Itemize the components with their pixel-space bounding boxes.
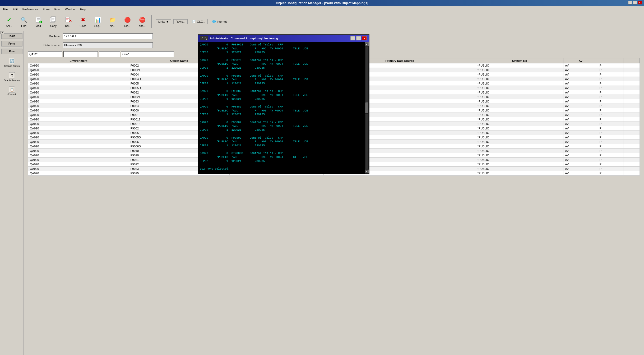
menu-help[interactable]: Help [78, 7, 88, 11]
new-button[interactable]: 📁 Ne... [106, 14, 119, 30]
table-cell-extra: AV [563, 171, 598, 176]
add-button[interactable]: + Add [32, 14, 45, 30]
links-dropdown[interactable]: Links ▼ [156, 19, 171, 24]
sidebar-diff-oracle[interactable]: 📋 Diff Oracl... [2, 85, 21, 97]
table-cell-extra: P [598, 117, 623, 122]
sidebar-oracle-params[interactable]: ⚙ Oracle Params [2, 71, 21, 83]
table-cell: *PUBLIC [476, 108, 563, 113]
table-cell: *PUBLIC [476, 63, 563, 68]
con-filter-input[interactable] [121, 51, 174, 57]
sidebar-row-label: Row [9, 50, 15, 53]
table-cell-extra: P [598, 63, 623, 68]
table-cell-extra: AV [563, 104, 598, 108]
delete-icon [64, 16, 72, 24]
table-cell-extra: AV [563, 153, 598, 158]
machine-label: Machine [28, 35, 60, 38]
datasource-label: Data Source [28, 44, 60, 47]
sidebar: ✕ Tools Form Row 🔄 Change Status ⚙ [0, 31, 24, 355]
dis-button[interactable]: 🔴 Dis... [121, 14, 134, 30]
table-cell-extra: P [598, 77, 623, 81]
table-cell-extra: P [598, 68, 623, 72]
menu-window[interactable]: Window [63, 7, 77, 11]
table-cell-extra [623, 86, 640, 90]
menu-file[interactable]: File [1, 7, 10, 11]
table-cell-extra: AV [563, 117, 598, 122]
table-cell: QA920 [28, 171, 129, 176]
menu-preferences[interactable]: Preferences [20, 7, 40, 11]
table-cell-extra [623, 171, 640, 176]
abort-button[interactable]: ⛔ Abo... [135, 14, 149, 30]
table-cell-extra: AV [563, 113, 598, 117]
table-cell-extra: AV [563, 135, 598, 140]
copy-button[interactable]: Copy [47, 14, 60, 30]
table-cell: QA920 [28, 77, 129, 81]
menu-edit[interactable]: Edit [11, 7, 20, 11]
col-extra1 [598, 58, 623, 63]
col-extra2 [623, 58, 640, 63]
table-cell: QA920 [28, 122, 129, 126]
menu-form[interactable]: Form [41, 7, 52, 11]
table-cell-extra: P [598, 162, 623, 167]
ole-btn[interactable]: 📄 OLE... [190, 19, 207, 24]
close-btn[interactable]: ✕ [638, 1, 642, 4]
table-cell: QA920 [28, 153, 129, 158]
maximize-btn[interactable]: □ [633, 1, 637, 4]
seq-button[interactable]: 📊 Seq... [91, 14, 105, 30]
cmd-scroll-down[interactable]: ▼ [365, 170, 369, 173]
sidebar-close-btn[interactable]: ✕ [1, 31, 4, 34]
table-cell-extra [623, 104, 640, 108]
table-cell: *PUBLIC [476, 162, 563, 167]
delete-button[interactable]: Del... [61, 14, 75, 30]
table-cell-extra [623, 95, 640, 99]
revisions-btn[interactable]: Revis... [173, 19, 188, 24]
table-cell: *PUBLIC [476, 171, 563, 176]
table-cell-extra [623, 158, 640, 162]
table-cell: QA920 [28, 113, 129, 117]
table-cell-extra [623, 63, 640, 68]
type-filter-input[interactable] [99, 51, 120, 57]
cmd-scroll-up[interactable]: ▲ [365, 42, 369, 46]
copy-icon [49, 16, 58, 24]
find-button[interactable]: 🔍 Find [17, 14, 31, 30]
close-button[interactable]: ✖ Close [76, 14, 90, 30]
change-status-label: Change Status [4, 65, 20, 67]
table-cell: QA920 [28, 81, 129, 86]
cmd-minimize-btn[interactable]: _ [350, 36, 355, 40]
table-cell: QA920 [28, 63, 129, 68]
obj-filter-input[interactable] [63, 51, 98, 57]
env-filter-input[interactable] [28, 51, 62, 57]
table-cell-extra: AV [563, 99, 598, 104]
svg-rect-11 [66, 17, 69, 22]
table-cell-extra: AV [563, 108, 598, 113]
table-cell: QA920 [28, 149, 129, 153]
cmd-maximize-btn[interactable]: □ [356, 36, 361, 40]
table-cell-extra [623, 72, 640, 77]
datasource-input[interactable] [63, 42, 153, 48]
table-cell: *PUBLIC [476, 99, 563, 104]
sidebar-change-status[interactable]: 🔄 Change Status [2, 56, 21, 68]
select-button[interactable]: ✔ Sel... [2, 14, 16, 30]
table-cell: *PUBLIC [476, 90, 563, 95]
cmd-scroll-thumb[interactable] [365, 102, 368, 113]
menu-row[interactable]: Row [52, 7, 62, 11]
table-cell: *PUBLIC [476, 144, 563, 149]
internet-btn[interactable]: 🌐 Internet [210, 19, 229, 24]
table-cell-extra: AV [563, 144, 598, 149]
table-cell-extra: P [598, 99, 623, 104]
table-cell-extra: P [598, 108, 623, 113]
table-cell-extra [623, 135, 640, 140]
table-cell-extra: P [598, 81, 623, 86]
toolbar: ✔ Sel... 🔍 Find + Add [0, 12, 644, 31]
toolbar-separator [151, 15, 152, 28]
table-cell: *PUBLIC [476, 81, 563, 86]
table-cell-extra [623, 167, 640, 171]
table-cell: QA920 [28, 167, 129, 171]
machine-input[interactable] [63, 33, 153, 39]
minimize-btn[interactable]: _ [628, 1, 632, 4]
svg-text:🔄: 🔄 [10, 59, 14, 63]
cmd-close-btn[interactable]: ✕ [362, 36, 367, 40]
table-cell: *PUBLIC [476, 122, 563, 126]
table-cell-extra: P [598, 90, 623, 95]
dis-icon: 🔴 [123, 16, 132, 24]
table-cell: *PUBLIC [476, 95, 563, 99]
